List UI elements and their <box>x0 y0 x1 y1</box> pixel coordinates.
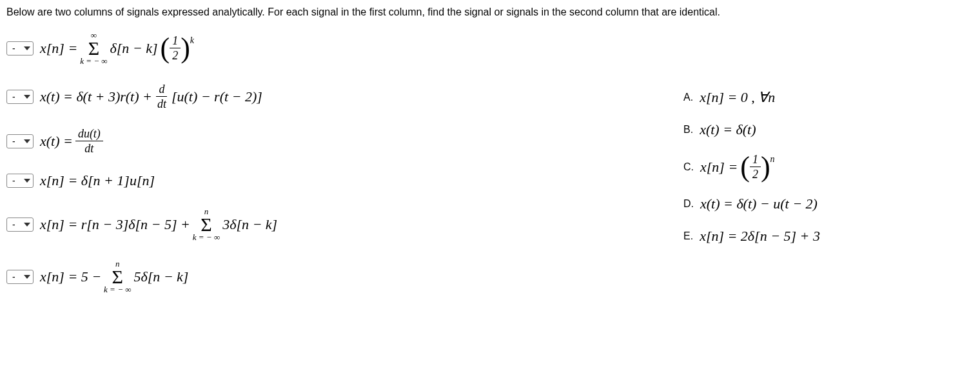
dropdown-value: - <box>12 136 21 147</box>
question-4: - x[n] = δ[n + 1]u[n] <box>6 172 683 189</box>
question-3: - x(t) = du(t) dt <box>6 128 683 154</box>
option-formula: x[n] = ( 1 2 ) n <box>700 154 775 180</box>
chevron-down-icon <box>24 179 30 183</box>
answer-select-6[interactable]: - <box>6 270 34 284</box>
option-formula: x[n] = 2δ[n − 5] + 3 <box>700 228 820 245</box>
dropdown-value: - <box>12 176 21 186</box>
formula-4: x[n] = δ[n + 1]u[n] <box>40 172 155 189</box>
option-D: D. x(t) = δ(t) − u(t − 2) <box>683 196 820 212</box>
answer-select-3[interactable]: - <box>6 134 34 148</box>
formula-text: [u(t) − r(t − 2)] <box>172 88 262 105</box>
question-1: - x[n] = ∞ Σ k = − ∞ δ[n − k] ( 1 2 <box>6 31 683 65</box>
option-label: D. <box>683 198 694 210</box>
content-wrapper: - x[n] = ∞ Σ k = − ∞ δ[n − k] ( 1 2 <box>6 31 974 312</box>
dropdown-value: - <box>12 43 21 54</box>
option-label: E. <box>683 230 693 242</box>
options-column: A. x[n] = 0 , ∀n B. x(t) = δ(t) C. x[n] … <box>683 31 820 312</box>
chevron-down-icon <box>24 46 30 50</box>
formula-text: x(t) = <box>40 133 73 150</box>
formula-1: x[n] = ∞ Σ k = − ∞ δ[n − k] ( 1 2 ) k <box>40 31 194 65</box>
chevron-down-icon <box>24 139 30 143</box>
formula-text: 5δ[n − k] <box>133 268 188 285</box>
formula-text: x[n] = <box>700 159 738 176</box>
summation: ∞ Σ k = − ∞ <box>80 31 107 65</box>
chevron-down-icon <box>24 275 30 279</box>
formula-text: x(t) = δ(t + 3)r(t) + <box>40 88 152 105</box>
dropdown-value: - <box>12 219 21 230</box>
formula-6: x[n] = 5 − n Σ k = − ∞ 5δ[n − k] <box>40 259 188 294</box>
formula-2: x(t) = δ(t + 3)r(t) + d dt [u(t) − r(t −… <box>40 83 262 110</box>
answer-select-1[interactable]: - <box>6 41 34 56</box>
answer-select-2[interactable]: - <box>6 90 34 104</box>
chevron-down-icon <box>24 223 30 227</box>
formula-text: x[n] = <box>40 40 77 57</box>
option-label: C. <box>683 161 694 173</box>
option-E: E. x[n] = 2δ[n − 5] + 3 <box>683 228 820 245</box>
answer-select-5[interactable]: - <box>6 217 34 232</box>
dropdown-value: - <box>12 92 21 102</box>
formula-text: δ[n − k] <box>110 40 158 57</box>
option-C: C. x[n] = ( 1 2 ) n <box>683 154 820 180</box>
dropdown-value: - <box>12 272 21 282</box>
formula-5: x[n] = r[n − 3]δ[n − 5] + n Σ k = − ∞ 3δ… <box>40 207 277 241</box>
formula-text: x[n] = 5 − <box>40 268 101 285</box>
questions-column: - x[n] = ∞ Σ k = − ∞ δ[n − k] ( 1 2 <box>6 31 683 312</box>
question-prompt: Below are two columns of signals express… <box>6 6 974 18</box>
fraction: du(t) dt <box>75 128 103 154</box>
formula-text: 3δ[n − k] <box>222 216 277 233</box>
chevron-down-icon <box>24 95 30 99</box>
question-5: - x[n] = r[n − 3]δ[n − 5] + n Σ k = − ∞ … <box>6 207 683 241</box>
option-formula: x(t) = δ(t) − u(t − 2) <box>700 196 818 212</box>
summation: n Σ k = − ∞ <box>193 207 220 241</box>
formula-text: x[n] = r[n − 3]δ[n − 5] + <box>40 216 190 233</box>
formula-text: x[n] = δ[n + 1]u[n] <box>40 172 155 189</box>
option-formula: x[n] = 0 , ∀n <box>700 89 775 106</box>
option-formula: x(t) = δ(t) <box>700 121 756 138</box>
fraction-paren: ( 1 2 ) k <box>161 35 195 61</box>
fraction: d dt <box>155 83 169 110</box>
question-6: - x[n] = 5 − n Σ k = − ∞ 5δ[n − k] <box>6 259 683 294</box>
question-2: - x(t) = δ(t + 3)r(t) + d dt [u(t) − r(t… <box>6 83 683 110</box>
option-label: B. <box>683 124 693 136</box>
formula-3: x(t) = du(t) dt <box>40 128 103 154</box>
option-B: B. x(t) = δ(t) <box>683 121 820 138</box>
answer-select-4[interactable]: - <box>6 174 34 188</box>
option-A: A. x[n] = 0 , ∀n <box>683 89 820 106</box>
summation: n Σ k = − ∞ <box>104 259 131 294</box>
fraction-paren: ( 1 2 ) n <box>740 154 774 180</box>
option-label: A. <box>683 92 693 103</box>
